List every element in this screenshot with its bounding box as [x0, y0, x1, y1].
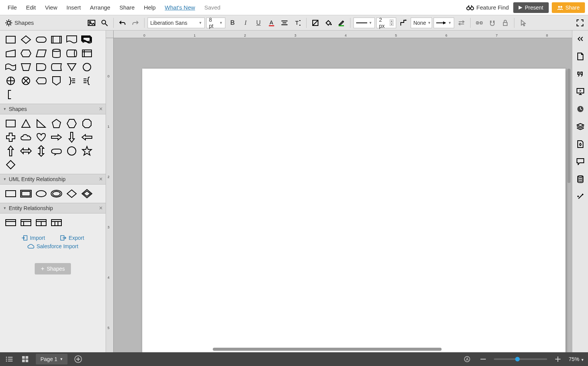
- present-button[interactable]: Present: [513, 2, 548, 13]
- salesforce-import-link[interactable]: Salesforce Import: [27, 243, 79, 249]
- fill-color-button[interactable]: [323, 17, 334, 29]
- category-shapes-header[interactable]: ▼ Shapes ×: [0, 104, 106, 114]
- text-color-button[interactable]: A: [266, 17, 277, 29]
- shape-manual-op[interactable]: [20, 62, 32, 72]
- shape-delay[interactable]: [35, 62, 47, 72]
- close-category-icon[interactable]: ×: [99, 205, 103, 212]
- start-arrow-dropdown[interactable]: None▼: [411, 18, 432, 28]
- shape-arrow-right[interactable]: [50, 132, 63, 143]
- category-uml-er-header[interactable]: ▼ UML Entity Relationship ×: [0, 174, 106, 185]
- shape-star[interactable]: [81, 146, 93, 156]
- swap-arrows-button[interactable]: [456, 17, 467, 29]
- dock-history-button[interactable]: [575, 104, 586, 114]
- menu-insert[interactable]: Insert: [62, 2, 85, 13]
- dock-page-button[interactable]: [575, 51, 586, 62]
- shape-arrow-lr[interactable]: [20, 146, 32, 156]
- close-category-icon[interactable]: ×: [99, 106, 103, 112]
- line-routing-button[interactable]: [398, 17, 409, 29]
- horizontal-scrollbar[interactable]: [213, 348, 442, 351]
- shape-multidoc[interactable]: [81, 34, 93, 45]
- zoom-out-button[interactable]: [478, 354, 488, 364]
- shape-cross[interactable]: [5, 132, 17, 143]
- dock-comments-button[interactable]: [575, 156, 586, 167]
- menu-edit[interactable]: Edit: [21, 2, 40, 13]
- zoom-slider[interactable]: [494, 358, 547, 360]
- align-button[interactable]: [279, 17, 290, 29]
- shape-arrow-ud[interactable]: [35, 146, 47, 156]
- menu-arrange[interactable]: Arrange: [85, 2, 115, 13]
- shape-triangle[interactable]: [20, 118, 32, 129]
- italic-button[interactable]: I: [240, 17, 251, 29]
- shape-merge[interactable]: [66, 62, 78, 72]
- shapes-panel-toggle[interactable]: Shapes: [2, 19, 37, 26]
- dock-actions-button[interactable]: [575, 191, 586, 202]
- shape-right-triangle[interactable]: [35, 118, 47, 129]
- shape-er-3[interactable]: [35, 217, 47, 228]
- menu-share[interactable]: Share: [115, 2, 139, 13]
- text-options-button[interactable]: T: [292, 17, 303, 29]
- shape-arrow-left[interactable]: [81, 132, 93, 143]
- zoom-in-button[interactable]: [553, 354, 563, 364]
- shape-pentagon[interactable]: [50, 118, 63, 129]
- shape-er-1[interactable]: [5, 217, 17, 228]
- lock-button[interactable]: [500, 17, 511, 29]
- shape-arrow-down[interactable]: [66, 132, 78, 143]
- menu-view[interactable]: View: [40, 2, 62, 13]
- shape-note[interactable]: [5, 89, 17, 100]
- shape-or[interactable]: [5, 75, 17, 86]
- redo-button[interactable]: [130, 17, 141, 29]
- add-page-button[interactable]: [73, 354, 84, 364]
- shape-octagon[interactable]: [81, 118, 93, 129]
- dock-collapse-button[interactable]: [575, 34, 586, 44]
- shape-display[interactable]: [35, 75, 47, 86]
- shape-weak-relationship[interactable]: [81, 188, 93, 199]
- magnet-button[interactable]: [487, 17, 498, 29]
- undo-button[interactable]: [117, 17, 128, 29]
- category-er-header[interactable]: ▼ Entity Relationship ×: [0, 203, 106, 214]
- end-arrow-dropdown[interactable]: ▼: [434, 18, 454, 28]
- shape-preparation[interactable]: [20, 48, 32, 59]
- close-category-icon[interactable]: ×: [99, 176, 103, 183]
- grid-view-button[interactable]: [20, 354, 31, 364]
- shape-direct-data[interactable]: [66, 48, 78, 59]
- vertical-scrollbar[interactable]: [567, 69, 570, 183]
- shape-hexagon[interactable]: [66, 118, 78, 129]
- fill-none-button[interactable]: [310, 17, 321, 29]
- shape-manual-input[interactable]: [5, 48, 17, 59]
- shape-terminator[interactable]: [35, 34, 47, 45]
- image-button[interactable]: [86, 17, 97, 29]
- zoom-value[interactable]: 75% ▼: [569, 356, 584, 362]
- menu-help[interactable]: Help: [139, 2, 160, 13]
- dock-layers-button[interactable]: [575, 121, 586, 132]
- canvas-area[interactable]: 0 1 2 3 4 5 6 7 8 0 1 2 3 4 5: [106, 30, 572, 352]
- dock-text-button[interactable]: [575, 69, 586, 79]
- shape-heart[interactable]: [35, 132, 47, 143]
- menu-whats-new[interactable]: What's New: [160, 2, 200, 13]
- shape-rectangle[interactable]: [5, 118, 17, 129]
- shape-er-4[interactable]: [50, 217, 63, 228]
- shape-circle[interactable]: [66, 146, 78, 156]
- line-width-dropdown[interactable]: 2 px▲▼: [376, 18, 396, 28]
- menu-file[interactable]: File: [3, 2, 21, 13]
- shape-data[interactable]: [35, 48, 47, 59]
- shape-multivalued[interactable]: [50, 188, 63, 199]
- shape-summing[interactable]: [20, 75, 32, 86]
- shape-attribute[interactable]: [35, 188, 47, 199]
- add-shapes-button[interactable]: + Shapes: [35, 263, 71, 274]
- shape-connector[interactable]: [81, 62, 93, 72]
- spinner-icon[interactable]: ▲▼: [390, 19, 394, 26]
- shape-off-page[interactable]: [50, 75, 63, 86]
- dock-theme-button[interactable]: [575, 139, 586, 149]
- shape-paper-tape[interactable]: [5, 62, 17, 72]
- export-link[interactable]: Export: [60, 235, 84, 241]
- zoom-slider-thumb[interactable]: [515, 357, 520, 361]
- shape-diamond[interactable]: [5, 159, 17, 170]
- page-canvas[interactable]: [142, 69, 566, 352]
- font-dropdown[interactable]: Liberation Sans▼: [148, 18, 205, 28]
- font-size-dropdown[interactable]: 8 pt▼: [206, 18, 225, 28]
- underline-button[interactable]: U: [253, 17, 264, 29]
- list-view-button[interactable]: [4, 354, 14, 364]
- shape-entity[interactable]: [5, 188, 17, 199]
- shape-document[interactable]: [66, 34, 78, 45]
- share-button[interactable]: Share: [552, 2, 585, 13]
